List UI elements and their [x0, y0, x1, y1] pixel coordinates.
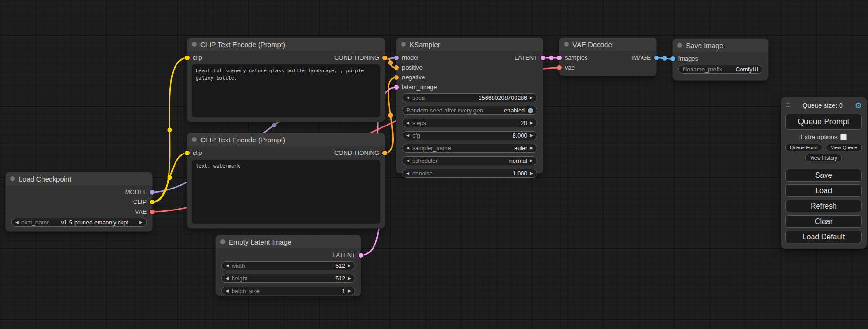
decrement-arrow-icon[interactable]: ◀: [406, 133, 409, 138]
decrement-arrow-icon[interactable]: ◀: [226, 264, 229, 268]
decrement-arrow-icon[interactable]: ◀: [226, 289, 229, 293]
increment-arrow-icon[interactable]: ▶: [530, 121, 533, 125]
model-input-dot[interactable]: [394, 56, 399, 60]
scheduler-widget[interactable]: ◀ scheduler normal ▶: [402, 156, 537, 165]
height-widget[interactable]: ◀ height 512 ▶: [221, 274, 355, 283]
increment-arrow-icon[interactable]: ▶: [530, 146, 533, 150]
latent-output-dot[interactable]: [359, 253, 363, 258]
load-default-button[interactable]: Load Default: [785, 231, 862, 243]
image-output-dot[interactable]: [654, 56, 659, 60]
node-load-checkpoint[interactable]: Load Checkpoint MODEL CLIP VAE ◀ ckpt_na…: [6, 172, 152, 231]
conditioning-output-dot[interactable]: [382, 151, 387, 155]
toggle-knob[interactable]: [528, 108, 533, 113]
increment-arrow-icon[interactable]: ▶: [348, 264, 351, 268]
link-midpoint-dot[interactable]: [168, 128, 172, 133]
decrement-arrow-icon[interactable]: ◀: [406, 159, 409, 163]
link-midpoint-dot[interactable]: [272, 123, 276, 127]
increment-arrow-icon[interactable]: ▶: [530, 159, 533, 163]
link-midpoint-dot[interactable]: [388, 113, 393, 118]
images-input-dot[interactable]: [670, 56, 675, 61]
vae-output-label: VAE: [135, 208, 147, 215]
clip-input-dot[interactable]: [185, 151, 190, 155]
node-title-bar[interactable]: CLIP Text Encode (Prompt): [187, 133, 385, 146]
steps-widget[interactable]: ◀ steps 20 ▶: [402, 119, 537, 127]
widget-value: 512: [335, 263, 345, 269]
node-status-dot: [564, 42, 569, 47]
node-title-bar[interactable]: Load Checkpoint: [6, 172, 152, 185]
clip-output-dot[interactable]: [150, 200, 155, 204]
refresh-button[interactable]: Refresh: [785, 200, 862, 212]
extra-options-checkbox[interactable]: [840, 134, 847, 140]
decrement-arrow-icon[interactable]: ◀: [406, 146, 409, 150]
widget-value: 156680208700286: [479, 95, 527, 101]
decrement-arrow-icon[interactable]: ◀: [226, 276, 229, 280]
denoise-widget[interactable]: ◀ denoise 1.000 ▶: [402, 169, 537, 178]
node-title: CLIP Text Encode (Prompt): [200, 41, 285, 49]
queue-menu-panel: ⠿ Queue size: 0 ⚙ Queue Prompt Extra opt…: [781, 97, 867, 249]
positive-input-dot[interactable]: [394, 65, 399, 70]
node-title-bar[interactable]: CLIP Text Encode (Prompt): [187, 38, 385, 51]
negative-input-dot[interactable]: [394, 75, 399, 80]
batch-size-widget[interactable]: ◀ batch_size 1 ▶: [221, 287, 355, 295]
link-midpoint-dot[interactable]: [549, 56, 554, 60]
node-title: KSampler: [409, 41, 440, 49]
decrement-arrow-icon[interactable]: ◀: [406, 121, 409, 125]
increment-arrow-icon[interactable]: ▶: [139, 220, 142, 224]
load-button[interactable]: Load: [785, 184, 862, 197]
decrement-arrow-icon[interactable]: ◀: [406, 171, 409, 175]
samples-input-dot[interactable]: [557, 56, 562, 60]
clip-input-label: clip: [193, 54, 202, 61]
vae-input-dot[interactable]: [557, 65, 562, 70]
node-vae-decode[interactable]: VAE Decode samples IMAGE vae: [559, 38, 656, 76]
increment-arrow-icon[interactable]: ▶: [348, 289, 351, 293]
latent-image-input-dot[interactable]: [394, 85, 399, 90]
random-seed-toggle-widget[interactable]: Random seed after every gen enabled: [402, 106, 537, 115]
node-title-bar[interactable]: KSampler: [396, 38, 543, 51]
link-midpoint-dot[interactable]: [388, 61, 393, 65]
clip-input-label: clip: [193, 149, 202, 156]
increment-arrow-icon[interactable]: ▶: [530, 171, 533, 175]
save-button[interactable]: Save: [785, 169, 862, 182]
width-widget[interactable]: ◀ width 512 ▶: [221, 261, 355, 270]
vae-input-label: vae: [565, 64, 575, 71]
node-graph-canvas[interactable]: Load Checkpoint MODEL CLIP VAE ◀ ckpt_na…: [0, 0, 868, 329]
filename-prefix-widget[interactable]: filename_prefix ComfyUI: [678, 65, 762, 74]
decrement-arrow-icon[interactable]: ◀: [15, 220, 19, 224]
queue-prompt-button[interactable]: Queue Prompt: [785, 114, 862, 130]
seed-widget[interactable]: ◀ seed 156680208700286 ▶: [402, 93, 537, 102]
cfg-widget[interactable]: ◀ cfg 8.000 ▶: [402, 131, 537, 140]
clear-button[interactable]: Clear: [785, 215, 862, 228]
increment-arrow-icon[interactable]: ▶: [530, 133, 533, 138]
view-history-button[interactable]: View History: [805, 154, 842, 161]
settings-gear-icon[interactable]: ⚙: [855, 102, 862, 110]
node-clip-text-encode-positive[interactable]: CLIP Text Encode (Prompt) clip CONDITION…: [187, 38, 385, 122]
increment-arrow-icon[interactable]: ▶: [348, 276, 351, 280]
widget-value: euler: [514, 145, 527, 152]
increment-arrow-icon[interactable]: ▶: [530, 96, 533, 100]
drag-handle-icon[interactable]: ⠿: [785, 102, 790, 109]
node-clip-text-encode-negative[interactable]: CLIP Text Encode (Prompt) clip CONDITION…: [187, 133, 385, 228]
decrement-arrow-icon[interactable]: ◀: [406, 96, 409, 100]
prompt-text-field[interactable]: beautiful scenery nature glass bottle la…: [192, 64, 380, 117]
queue-front-button[interactable]: Queue Front: [785, 144, 822, 151]
vae-output-dot[interactable]: [150, 210, 155, 214]
conditioning-output-label: CONDITIONING: [334, 54, 379, 61]
node-ksampler[interactable]: KSampler model LATENT positive negative …: [396, 38, 543, 173]
node-save-image[interactable]: Save Image images filename_prefix ComfyU…: [673, 39, 768, 80]
clip-input-dot[interactable]: [185, 56, 190, 60]
link-midpoint-dot[interactable]: [168, 175, 172, 180]
model-output-dot[interactable]: [150, 190, 155, 195]
prompt-text-field[interactable]: text, watermark: [192, 160, 380, 224]
node-title-bar[interactable]: Save Image: [673, 39, 768, 52]
node-status-dot: [401, 42, 406, 47]
node-title-bar[interactable]: VAE Decode: [559, 38, 656, 51]
node-title-bar[interactable]: Empty Latent Image: [216, 235, 361, 248]
latent-output-dot[interactable]: [541, 56, 545, 60]
image-output-label: IMAGE: [631, 54, 651, 61]
conditioning-output-dot[interactable]: [382, 56, 387, 60]
ckpt-name-widget[interactable]: ◀ ckpt_name v1-5-pruned-emaonly.ckpt ▶: [11, 218, 147, 227]
view-queue-button[interactable]: View Queue: [826, 144, 862, 151]
node-empty-latent-image[interactable]: Empty Latent Image LATENT ◀ width 512 ▶ …: [216, 235, 361, 296]
sampler-name-widget[interactable]: ◀ sampler_name euler ▶: [402, 144, 537, 153]
link-midpoint-dot[interactable]: [663, 56, 667, 61]
